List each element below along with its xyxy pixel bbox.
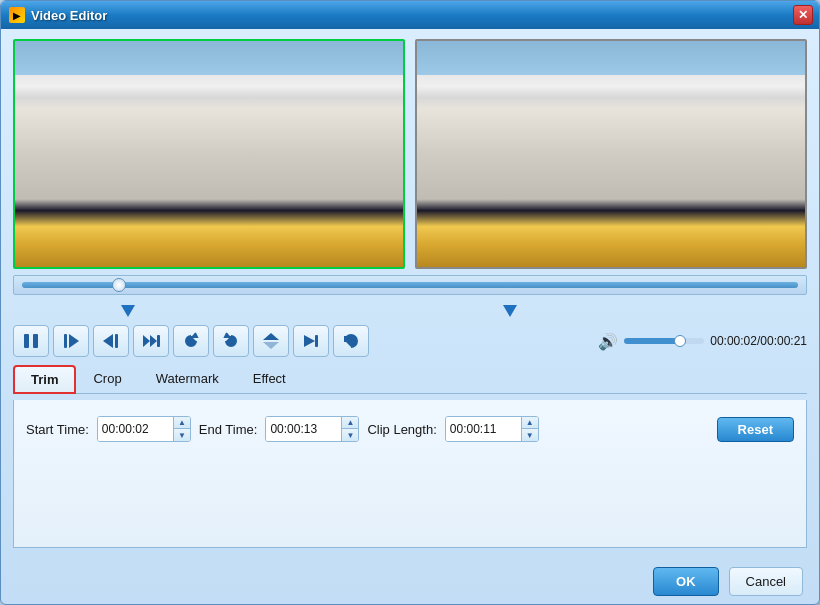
tab-crop[interactable]: Crop <box>76 365 138 393</box>
mark-out-button[interactable] <box>93 325 129 357</box>
timeline-track-bar <box>22 282 798 288</box>
volume-section: 🔊 00:00:02/00:00:21 <box>598 332 807 351</box>
svg-rect-11 <box>315 335 318 347</box>
right-video-panel <box>415 39 807 269</box>
start-time-input[interactable] <box>98 417 173 441</box>
svg-marker-6 <box>143 335 150 347</box>
end-time-label: End Time: <box>199 422 258 437</box>
trim-controls-row: Start Time: ▲ ▼ End Time: ▲ ▼ Cl <box>26 416 794 442</box>
close-button[interactable]: ✕ <box>793 5 813 25</box>
playback-controls: 🔊 00:00:02/00:00:21 <box>13 323 807 359</box>
right-video-thumbnail <box>417 41 805 267</box>
pause-button[interactable] <box>13 325 49 357</box>
end-time-spinners: ▲ ▼ <box>341 417 358 441</box>
start-time-spinners: ▲ ▼ <box>173 417 190 441</box>
timeline-track-area[interactable] <box>13 275 807 295</box>
flip-vertical-button[interactable] <box>253 325 289 357</box>
tab-watermark[interactable]: Watermark <box>139 365 236 393</box>
reset-button[interactable]: Reset <box>717 417 794 442</box>
clip-length-label: Clip Length: <box>367 422 436 437</box>
svg-marker-3 <box>69 334 79 348</box>
ok-button[interactable]: OK <box>653 567 719 596</box>
clip-length-input-group[interactable]: ▲ ▼ <box>445 416 539 442</box>
volume-icon[interactable]: 🔊 <box>598 332 618 351</box>
start-time-label: Start Time: <box>26 422 89 437</box>
svg-marker-9 <box>263 333 279 340</box>
tabs-row: Trim Crop Watermark Effect <box>13 365 807 394</box>
window-title: Video Editor <box>31 8 107 23</box>
svg-marker-7 <box>150 335 157 347</box>
svg-marker-10 <box>263 342 279 349</box>
timeline-thumb[interactable] <box>112 278 126 292</box>
tab-effect[interactable]: Effect <box>236 365 303 393</box>
mark-in-button[interactable] <box>53 325 89 357</box>
svg-marker-5 <box>103 334 113 348</box>
end-time-input-group[interactable]: ▲ ▼ <box>265 416 359 442</box>
time-display: 00:00:02/00:00:21 <box>710 334 807 348</box>
skip-forward-button[interactable] <box>133 325 169 357</box>
marker-start[interactable] <box>121 305 135 317</box>
tab-trim[interactable]: Trim <box>13 365 76 394</box>
start-time-input-group[interactable]: ▲ ▼ <box>97 416 191 442</box>
end-time-down[interactable]: ▼ <box>342 429 358 441</box>
timeline-markers <box>13 301 807 317</box>
cancel-button[interactable]: Cancel <box>729 567 803 596</box>
main-content: 🔊 00:00:02/00:00:21 Trim Crop Watermark … <box>1 29 819 558</box>
clip-length-up[interactable]: ▲ <box>522 417 538 429</box>
start-time-up[interactable]: ▲ <box>174 417 190 429</box>
volume-slider[interactable] <box>624 338 704 344</box>
clip-length-spinners: ▲ ▼ <box>521 417 538 441</box>
undo-button[interactable] <box>333 325 369 357</box>
svg-rect-1 <box>33 334 38 348</box>
video-preview-area <box>13 39 807 269</box>
clip-length-down[interactable]: ▼ <box>522 429 538 441</box>
trim-tab-content: Start Time: ▲ ▼ End Time: ▲ ▼ Cl <box>13 400 807 548</box>
rotate-cw-button[interactable] <box>173 325 209 357</box>
app-icon: ▶ <box>9 7 25 23</box>
left-video-thumbnail <box>15 41 403 267</box>
marker-end[interactable] <box>503 305 517 317</box>
start-time-down[interactable]: ▼ <box>174 429 190 441</box>
end-time-input[interactable] <box>266 417 341 441</box>
left-video-panel <box>13 39 405 269</box>
rotate-ccw-button[interactable] <box>213 325 249 357</box>
clip-length-input[interactable] <box>446 417 521 441</box>
skip-end-button[interactable] <box>293 325 329 357</box>
title-bar: ▶ Video Editor ✕ <box>1 1 819 29</box>
volume-thumb[interactable] <box>674 335 686 347</box>
svg-rect-4 <box>115 334 118 348</box>
svg-rect-0 <box>24 334 29 348</box>
svg-rect-8 <box>157 335 160 347</box>
end-time-up[interactable]: ▲ <box>342 417 358 429</box>
video-editor-window: ▶ Video Editor ✕ <box>0 0 820 605</box>
svg-rect-2 <box>64 334 67 348</box>
bottom-bar: OK Cancel <box>1 558 819 604</box>
svg-marker-12 <box>304 335 315 347</box>
